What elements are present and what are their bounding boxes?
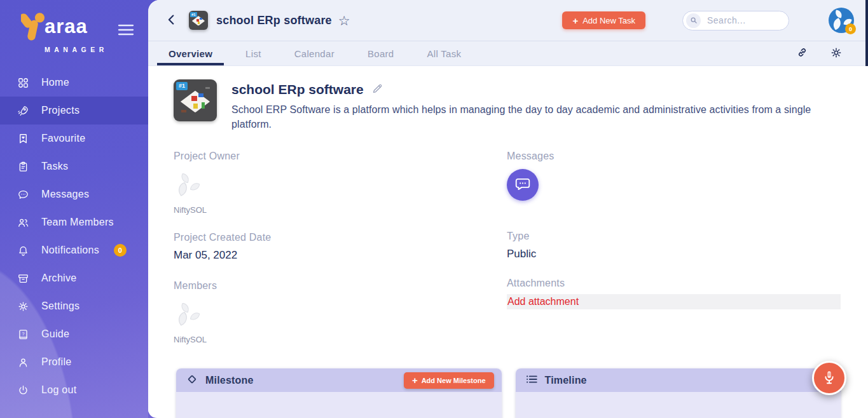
tab-list[interactable]: List xyxy=(244,41,263,65)
right-edge-strip xyxy=(865,0,868,66)
sidebar-item-label: Guide xyxy=(41,328,69,340)
messages-label: Messages xyxy=(507,151,841,162)
people-icon xyxy=(17,217,29,229)
sidebar-item-logout[interactable]: Log out xyxy=(0,376,148,404)
project-owner-label: Project Owner xyxy=(174,151,507,162)
back-button[interactable] xyxy=(163,11,180,30)
guide-book-icon: ? xyxy=(17,328,29,340)
sidebar-item-label: Profile xyxy=(41,356,71,368)
overview-content: #1 school ERp software School ERP Softwa… xyxy=(148,66,868,417)
clipboard-icon xyxy=(17,161,29,173)
tab-board[interactable]: Board xyxy=(366,41,396,65)
member-name: NiftySOL xyxy=(174,335,507,344)
created-date-label: Project Created Date xyxy=(174,232,507,243)
diamond-icon xyxy=(185,372,199,389)
owner-name: NiftySOL xyxy=(174,205,507,215)
bookmark-heart-icon xyxy=(17,133,29,145)
rocket-icon xyxy=(17,105,29,117)
add-new-milestone-button[interactable]: + Add New Milestone xyxy=(404,372,494,389)
project-description: School ERP Software is a platform which … xyxy=(231,103,815,131)
sidebar-item-messages[interactable]: Messages xyxy=(0,180,148,208)
power-icon xyxy=(17,384,29,396)
yaraa-y-icon xyxy=(21,13,45,44)
gear-icon xyxy=(830,46,843,61)
timeline-card: Timeline xyxy=(516,368,841,418)
members-label: Members xyxy=(174,280,507,292)
sidebar-item-label: Home xyxy=(41,77,69,88)
add-new-task-button[interactable]: + Add New Task xyxy=(562,11,645,29)
sidebar-item-guide[interactable]: ? Guide xyxy=(0,320,148,348)
attachments-label: Attachments xyxy=(507,278,841,289)
project-thumbnail-small: #1 xyxy=(189,11,208,30)
project-rank-badge: #1 xyxy=(176,82,188,90)
sidebar-item-settings[interactable]: Settings xyxy=(0,292,148,320)
search-box[interactable] xyxy=(682,11,789,30)
sidebar-item-archive[interactable]: Archive xyxy=(0,264,148,292)
project-title: school ERp software xyxy=(231,82,364,97)
avatar-count-badge: 0 xyxy=(845,24,856,34)
tab-calendar[interactable]: Calendar xyxy=(293,41,336,65)
milestone-card: Milestone + Add New Milestone xyxy=(176,368,502,418)
archive-box-icon xyxy=(17,273,29,285)
timeline-card-body xyxy=(516,392,841,418)
plus-icon: + xyxy=(412,375,418,385)
svg-text:?: ? xyxy=(22,331,24,336)
link-icon xyxy=(796,46,808,60)
search-input[interactable] xyxy=(706,15,782,26)
timeline-list-icon xyxy=(525,372,539,389)
sidebar-item-profile[interactable]: Profile xyxy=(0,348,148,376)
sidebar-item-tasks[interactable]: Tasks xyxy=(0,152,148,180)
sidebar-item-label: Messages xyxy=(41,189,89,200)
milestone-card-body xyxy=(176,392,502,418)
add-attachment-button[interactable]: Add attachment xyxy=(507,294,841,309)
chat-bubble-icon xyxy=(514,176,531,194)
voice-assistant-button[interactable] xyxy=(812,361,846,395)
app-logo: araa MANAGER xyxy=(21,13,108,53)
favourite-star-icon[interactable]: ☆ xyxy=(337,14,352,27)
add-new-task-label: Add New Task xyxy=(582,16,635,25)
main-panel: #1 school ERp software ☆ + Add New Task xyxy=(148,0,868,418)
copy-link-button[interactable] xyxy=(795,45,809,62)
search-icon xyxy=(686,13,701,28)
project-rank-badge: #1 xyxy=(190,12,197,17)
pencil-icon xyxy=(371,83,383,97)
milestone-title: Milestone xyxy=(205,375,254,386)
edit-title-button[interactable] xyxy=(371,83,383,97)
owner-avatar xyxy=(174,170,203,201)
home-grid-icon xyxy=(17,77,29,89)
sidebar-item-label: Settings xyxy=(41,300,79,312)
top-header: #1 school ERp software ☆ + Add New Task xyxy=(148,0,868,41)
member-avatar xyxy=(174,300,203,330)
sidebar-item-label: Team Members xyxy=(41,217,114,228)
add-new-milestone-label: Add New Milestone xyxy=(422,377,486,384)
sidebar-item-label: Tasks xyxy=(41,161,68,172)
project-thumbnail-large: #1 xyxy=(174,79,217,121)
project-settings-button[interactable] xyxy=(829,45,844,62)
sidebar-item-favourite[interactable]: Favourite xyxy=(0,125,148,152)
microphone-icon xyxy=(821,369,837,388)
sidebar-item-home[interactable]: Home xyxy=(0,69,148,97)
hamburger-menu-icon[interactable] xyxy=(116,20,135,41)
sidebar-item-label: Notifications xyxy=(41,245,99,256)
type-label: Type xyxy=(507,231,841,242)
brand-tagline: MANAGER xyxy=(45,46,108,53)
user-avatar[interactable]: 0 xyxy=(829,8,854,33)
tab-all-task[interactable]: All Task xyxy=(425,41,462,65)
sidebar-item-label: Log out xyxy=(41,384,76,396)
project-tabbar: Overview List Calendar Board All Task xyxy=(148,41,868,66)
sidebar-item-notifications[interactable]: Notifications 0 xyxy=(0,236,148,264)
sidebar-item-label: Projects xyxy=(41,105,79,116)
header-project-title: school ERp software xyxy=(216,14,332,27)
open-messages-button[interactable] xyxy=(507,169,539,201)
sidebar-item-team-members[interactable]: Team Members xyxy=(0,208,148,236)
tab-overview[interactable]: Overview xyxy=(167,41,214,65)
person-icon xyxy=(17,356,29,368)
sidebar-nav: Home Projects Favourite xyxy=(0,69,148,404)
chevron-left-icon xyxy=(165,12,179,29)
sidebar-item-projects[interactable]: Projects xyxy=(0,97,148,125)
notifications-count-badge: 0 xyxy=(114,244,127,257)
sidebar-item-label: Favourite xyxy=(41,133,85,144)
bell-icon xyxy=(17,245,29,257)
timeline-title: Timeline xyxy=(545,375,587,386)
chat-bubble-icon xyxy=(17,189,29,201)
